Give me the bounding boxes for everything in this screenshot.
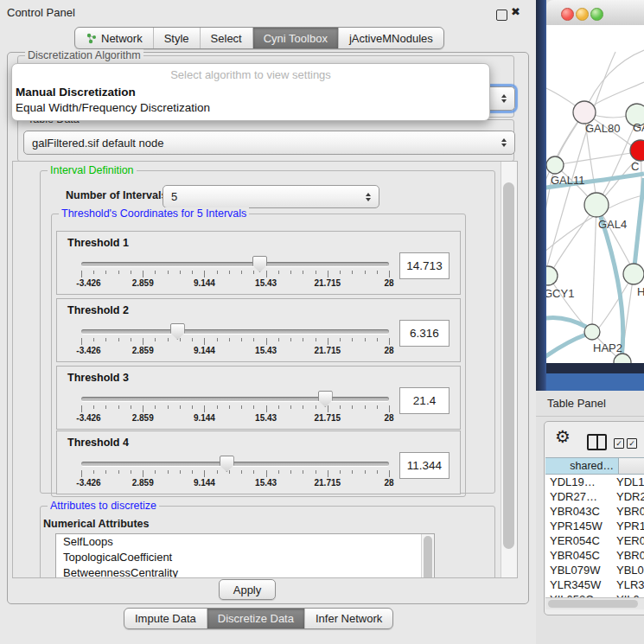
tick-mark [204,405,205,412]
table-row[interactable]: YLR345WYLR3 [545,577,644,592]
slider-thumb[interactable] [220,456,234,472]
network-node-gal4[interactable] [584,193,609,217]
bottom-tab-bar: Impute DataDiscretize DataInfer Network [124,608,393,629]
network-window-titlebar[interactable] [546,0,644,26]
cell-shared-name: YDR27… [545,489,613,504]
tick-mark [81,470,82,477]
network-edge[interactable] [584,50,644,112]
slider-track[interactable] [81,262,389,266]
table-row[interactable]: YDL19…YDL1 [545,475,644,489]
tick-label: 21.715 [315,478,341,488]
table-row[interactable]: YDR27…YDR2 [545,489,644,504]
close-icon[interactable]: ✖ [511,5,520,18]
stepper-icon[interactable] [497,94,511,103]
tick-mark [229,271,230,274]
tick-mark [105,470,106,474]
tick-mark [316,470,316,474]
float-window-icon[interactable] [496,10,507,21]
list-item[interactable]: SelfLoops [56,534,434,550]
network-edge[interactable] [596,126,634,205]
tab-jactivemnodules[interactable]: jActiveMNodules [338,28,443,48]
network-node-unlabeled[interactable] [614,354,631,363]
tab-label: Infer Network [316,612,382,625]
node-label: GAL80 [585,122,620,135]
stepper-icon[interactable] [497,138,511,147]
network-node-gal80[interactable] [573,101,596,124]
column-header-name[interactable]: n [619,457,644,475]
tab-discretize-data[interactable]: Discretize Data [207,609,304,628]
slider-track[interactable] [81,329,389,334]
list-item[interactable]: BetweennessCentrality [56,565,434,578]
tab-infer-network[interactable]: Infer Network [304,609,392,628]
tab-select[interactable]: Select [200,28,252,48]
tick-mark [81,338,82,345]
network-view-canvas[interactable]: GAL80GACGAL11GAL4GCY1HHAP2 [546,25,644,363]
tick-mark [328,271,328,277]
slider-thumb[interactable] [318,391,333,407]
threshold-value-field[interactable]: 21.4 [399,387,450,414]
tick-mark [118,271,119,274]
network-node-gal11[interactable] [546,156,564,174]
tick-mark [131,271,131,274]
apply-button[interactable]: Apply [219,579,276,600]
network-edge[interactable] [634,178,644,266]
network-edge[interactable] [598,209,623,358]
node-label: GCY1 [546,287,574,300]
table-row[interactable]: YPR145WYPR1 [545,519,644,533]
scrollbar-thumb[interactable] [548,600,638,608]
checkbox-icon[interactable]: ✓ [627,438,637,449]
table-row[interactable]: YER054CYER0 [545,533,644,548]
split-view-icon[interactable] [587,434,607,450]
tick-mark [81,271,82,277]
table-row[interactable]: YBL079WYBL0 [545,563,644,577]
tab-network[interactable]: Network [75,28,153,48]
settings-vertical-scrollbar[interactable] [501,162,517,577]
scrollbar-thumb[interactable] [503,182,514,549]
tick-mark [241,405,242,409]
checkbox-icon[interactable]: ✓ [614,438,624,449]
list-item[interactable]: TopologicalCoefficient [56,550,434,565]
tab-style[interactable]: Style [153,28,200,48]
network-node-hap2[interactable] [584,324,600,340]
tick-mark [180,271,181,274]
table-panel: ⚙ ✓ ✓ shared… n YDL19…YDL1YDR27…YDR2YBR0… [544,421,644,615]
network-edge[interactable] [546,335,586,363]
list-vertical-scrollbar[interactable] [421,534,434,578]
gear-icon[interactable]: ⚙ [555,426,571,447]
mac-zoom-button[interactable] [590,8,603,21]
tick-mark [229,470,230,474]
table-row[interactable]: YBR043CYBR0 [545,504,644,519]
network-edge[interactable] [592,205,596,325]
slider-thumb[interactable] [170,323,185,340]
horizontal-scrollbar[interactable] [545,597,644,609]
num-intervals-combo[interactable]: 5 [163,185,379,208]
cell-name: YER0 [613,533,644,548]
network-node-h[interactable] [623,264,644,284]
network-node-c[interactable] [630,140,644,161]
dropdown-item-equal-width-frequency[interactable]: Equal Width/Frequency Discretization [16,101,210,114]
threshold-value-field[interactable]: 6.316 [399,320,450,347]
slider-thumb[interactable] [252,256,267,272]
tick-mark [352,271,353,274]
tick-label: -3.426 [76,413,100,423]
threshold-value-field[interactable]: 11.344 [399,452,450,479]
table-data-combo[interactable]: galFiltered.sif default node [23,131,515,155]
mac-close-button[interactable] [561,8,574,21]
stepper-icon[interactable] [361,193,375,201]
network-node-gcy1[interactable] [546,266,558,285]
slider-track[interactable] [81,462,389,466]
tab-cyni-toolbox[interactable]: Cyni Toolbox [252,28,338,48]
column-header-shared-name[interactable]: shared… [545,457,619,475]
dropdown-item-manual-discretization[interactable]: Manual Discretization [16,86,136,99]
tick-label: 28 [384,346,393,355]
tab-impute-data[interactable]: Impute Data [124,609,207,628]
thresholds-group-label: Threshold's Coordinates for 5 Intervals [59,207,249,220]
table-row[interactable]: YBR045CYBR0 [545,548,644,563]
slider-track[interactable] [81,397,389,401]
threshold-value-field[interactable]: 14.713 [399,252,450,279]
mac-minimize-button[interactable] [576,8,589,21]
network-edge[interactable] [546,318,588,328]
tick-mark [168,271,169,274]
scrollbar-thumb[interactable] [424,536,432,578]
numerical-attributes-label: Numerical Attributes [43,518,149,530]
